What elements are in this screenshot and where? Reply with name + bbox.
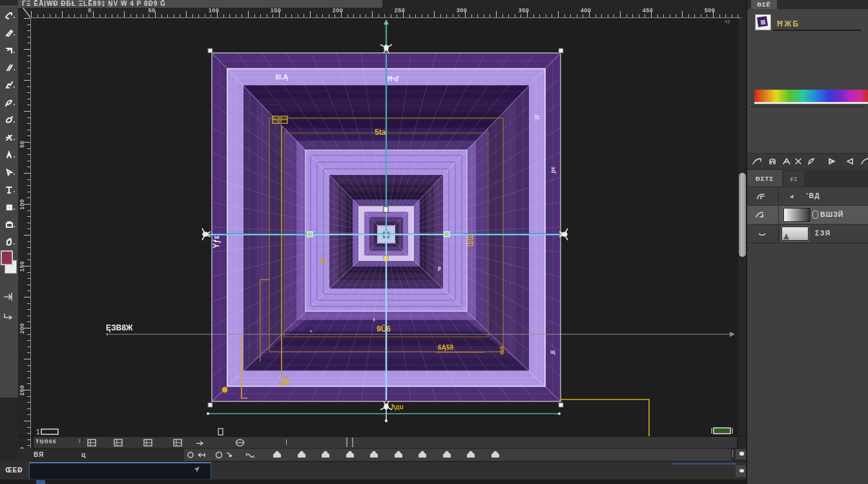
svg-text:б6: б6: [279, 381, 286, 387]
svg-text:ŝl.Ą: ŝl.Ą: [275, 73, 288, 81]
svg-text:щ: щ: [550, 348, 555, 355]
svg-text:Υƒε: Υƒε: [212, 235, 221, 248]
svg-text:β: β: [438, 265, 441, 271]
svg-text:6Ą59: 6Ą59: [438, 344, 453, 351]
svg-text:ı: ı: [373, 316, 375, 323]
svg-text:žl: žl: [533, 115, 540, 119]
svg-text:': ': [310, 329, 312, 337]
svg-text:ħдu: ħдu: [391, 403, 404, 410]
svg-text:Ħ¹ď: Ħ¹ď: [388, 76, 400, 83]
svg-text:9Ū6: 9Ū6: [377, 325, 391, 334]
svg-text:5ta: 5ta: [375, 128, 386, 137]
svg-text:V0I: V0I: [499, 346, 505, 355]
svg-text:1: 1: [36, 429, 40, 436]
svg-text:зď: зď: [550, 166, 557, 174]
svg-text:ĘЗB8Ж: ĘЗB8Ж: [106, 323, 133, 332]
